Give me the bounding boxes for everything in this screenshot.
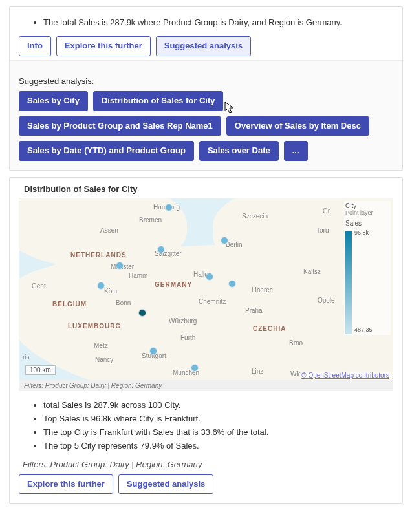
suggested-sales-by-city[interactable]: Sales by City [19,91,88,111]
map-point-frankfurt[interactable] [138,309,146,317]
legend-gradient [345,231,352,334]
map-insight: The top 5 City represents 79.9% of Sales… [43,440,393,453]
suggested-analysis-area: Suggested analysis: Sales by City Distri… [10,60,402,171]
city-label: ris [23,354,30,361]
map-filters-line: Filters: Product Group: Dairy | Region: … [23,460,393,469]
map-analysis-panel: Distribution of Sales for City NETHERLAN… [9,177,403,504]
legend-layer-title: City [345,202,389,209]
city-label: Assen [100,227,118,234]
insight-bullets: The total Sales is 287.9k where Product … [19,16,393,30]
city-label: Hamm [129,272,147,279]
city-label: Szczecin [242,213,268,220]
osm-credit: © OpenStreetMap contributors [300,372,391,379]
city-label: Berlin [226,241,243,248]
country-label: GERMANY [155,281,192,288]
map-legend: City Point layer Sales 96.8k 487.35 [344,201,391,335]
suggested-row-2: Sales by Product Group and Sales Rep Nam… [19,116,393,136]
country-label: CZECHIA [253,325,286,332]
city-label: Toru [316,227,329,234]
city-label: Chemnitz [199,298,226,305]
map-explore-further-button[interactable]: Explore this further [19,474,113,495]
suggested-distribution-sales-city[interactable]: Distribution of Sales for City [93,91,224,111]
map-point[interactable] [116,262,124,270]
suggested-analysis-label: Suggested analysis: [19,76,393,86]
cursor-icon [224,101,235,114]
city-label: Nancy [95,356,113,363]
legend-min: 487.35 [354,326,373,333]
city-label: Kalisz [303,268,321,275]
map-scale: 100 km [25,365,56,375]
country-label: NETHERLANDS [70,251,127,259]
map-insight: total Sales is 287.9k across 100 City. [43,399,393,412]
city-label: Würzburg [169,317,197,325]
map-point[interactable] [97,282,105,290]
suggested-row-3: Sales by Date (YTD) and Product Group Sa… [19,141,393,161]
suggested-analysis-button[interactable]: Suggested analysis [156,36,251,56]
city-label: Praha [245,307,263,314]
map-visualization[interactable]: NETHERLANDS GERMANY BELGIUM LUXEMBOURG C… [19,198,393,380]
map-point[interactable] [228,280,236,288]
country-label: LUXEMBOURG [68,323,121,330]
insight-panel: The total Sales is 287.9k where Product … [9,6,403,171]
legend-max: 96.8k [354,229,373,236]
map-insights: total Sales is 287.9k across 100 City. T… [19,399,393,452]
map-point[interactable] [191,364,199,372]
suggested-sales-date-ytd-group[interactable]: Sales by Date (YTD) and Product Group [19,141,194,161]
city-label: Gent [32,282,46,290]
map-point[interactable] [149,347,157,355]
map-insight: The top City is Frankfurt with Sales tha… [43,426,393,440]
country-label: BELGIUM [52,301,87,308]
explore-further-button[interactable]: Explore this further [56,36,151,56]
map-point[interactable] [206,273,213,281]
legend-measure: Sales [345,220,389,227]
map-suggested-analysis-button[interactable]: Suggested analysis [118,474,213,495]
city-label: Bonn [116,299,131,306]
map-insight: Top Sales is 96.8k where City is Frankfu… [43,412,393,426]
map-point[interactable] [221,237,228,244]
suggested-sales-by-group-rep[interactable]: Sales by Product Group and Sales Rep Nam… [19,116,221,136]
suggested-more-button[interactable]: ... [284,141,308,161]
suggested-row-1: Sales by City Distribution of Sales for … [19,91,393,111]
suggested-overview-item-desc[interactable]: Overview of Sales by Item Desc [226,116,369,136]
info-button[interactable]: Info [19,36,51,56]
city-label: Liberec [252,286,273,293]
city-label: Brno [289,339,303,346]
city-label: Bremen [139,217,162,224]
city-label: Köln [104,288,117,295]
city-label: Linz [252,368,263,375]
city-label: Fürth [180,334,195,341]
map-point[interactable] [165,204,173,211]
insight-bullet: The total Sales is 287.9k where Product … [43,16,393,30]
city-label: Metz [94,342,108,349]
map-filters-strip: Filters: Product Group: Dairy | Region: … [19,380,393,391]
city-label: Opole [318,297,335,304]
map-title: Distribution of Sales for City [19,184,393,194]
osm-link[interactable]: OpenStreetMap contributors [308,372,389,379]
legend-layer-sub: Point layer [345,209,389,216]
insight-actions: Info Explore this further Suggested anal… [19,36,393,56]
suggested-sales-over-date[interactable]: Sales over Date [199,141,279,161]
map-actions: Explore this further Suggested analysis [19,474,393,495]
map-point[interactable] [157,246,165,253]
city-label: Gr [323,207,330,215]
